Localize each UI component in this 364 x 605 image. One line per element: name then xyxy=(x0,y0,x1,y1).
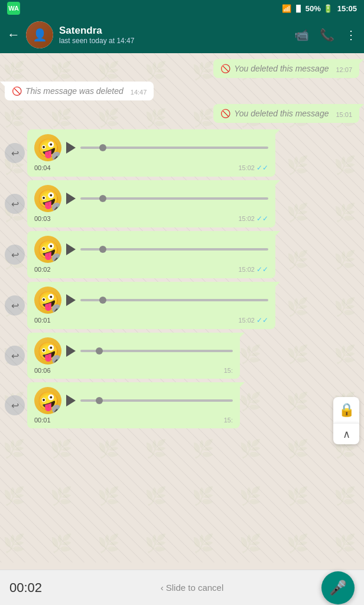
voice-bottom: 00:03 15:02 ✓✓ xyxy=(34,214,268,223)
up-icon: ∧ xyxy=(343,428,350,441)
voice-time: 15: xyxy=(224,417,233,424)
contact-name: Satendra xyxy=(59,25,288,37)
reply-button[interactable]: ↩ xyxy=(5,143,25,163)
back-button[interactable]: ← xyxy=(7,27,20,43)
message-row: 🚫 You deleted this message 12:07 xyxy=(5,59,359,78)
message-time: 14:47 xyxy=(131,89,147,96)
contact-avatar[interactable]: 👤 xyxy=(26,21,53,48)
status-left: WA xyxy=(7,2,20,15)
chat-header: ← 👤 Satendra last seen today at 14:47 📹 … xyxy=(0,17,364,53)
mic-badge: 🎤 xyxy=(52,253,61,263)
lock-scroll-overlay: 🔒 ∧ xyxy=(333,397,359,444)
chat-area: 🚫 You deleted this message 12:07 🚫 This … xyxy=(0,53,364,562)
voice-time: 15:02 ✓✓ xyxy=(238,316,268,324)
deleted-icon: 🚫 xyxy=(220,64,230,73)
voice-duration: 00:03 xyxy=(34,215,51,222)
mic-badge: 🎤 xyxy=(52,304,61,314)
voice-time: 15:02 ✓✓ xyxy=(238,164,268,172)
mic-record-button[interactable]: 🎤 xyxy=(321,571,355,604)
clock: 15:05 xyxy=(337,4,357,13)
voice-top: 🤪 🎤 xyxy=(34,236,268,263)
play-button[interactable] xyxy=(66,345,76,357)
header-actions: 📹 📞 ⋮ xyxy=(294,28,357,42)
mic-icon: 🎤 xyxy=(329,580,347,596)
deleted-text: This message was deleted xyxy=(25,86,124,96)
voice-message-bubble: 🤪 🎤 00:01 15:02 ✓✓ xyxy=(27,282,275,329)
voice-bottom: 00:04 15:02 ✓✓ xyxy=(34,164,268,172)
play-button[interactable] xyxy=(66,243,76,255)
contact-status: last seen today at 14:47 xyxy=(59,37,288,45)
lock-button[interactable]: 🔒 xyxy=(333,397,359,423)
voice-message-row: ↩ 🤪 🎤 00:06 15: xyxy=(5,333,359,379)
voice-top: 🤪 🎤 xyxy=(34,337,233,365)
messages-list: 🚫 You deleted this message 12:07 🚫 This … xyxy=(5,59,359,430)
message-time: 12:07 xyxy=(336,66,352,73)
waveform xyxy=(80,248,268,251)
voice-sender-avatar: 🤪 🎤 xyxy=(34,287,61,314)
play-button[interactable] xyxy=(66,395,76,406)
play-button[interactable] xyxy=(66,142,76,154)
voice-sender-avatar: 🤪 🎤 xyxy=(34,387,61,414)
app-icon: WA xyxy=(7,2,20,15)
reply-button[interactable]: ↩ xyxy=(5,295,25,315)
lock-icon: 🔒 xyxy=(339,402,355,418)
deleted-message-received: 🚫 This message was deleted 14:47 xyxy=(5,82,154,100)
read-receipts: ✓✓ xyxy=(256,164,268,172)
menu-button[interactable]: ⋮ xyxy=(345,28,357,42)
voice-message-row: ↩ 🤪 🎤 00:04 15:02 ✓✓ xyxy=(5,129,359,177)
message-row: 🚫 You deleted this message 15:01 xyxy=(5,104,359,123)
message-time: 15:01 xyxy=(336,111,352,118)
voice-time: 15: xyxy=(224,367,233,374)
deleted-text: You deleted this message xyxy=(234,109,329,118)
voice-top: 🤪 🎤 xyxy=(34,185,268,212)
voice-duration: 00:02 xyxy=(34,266,51,273)
waveform xyxy=(80,399,233,402)
voice-sender-avatar: 🤪 🎤 xyxy=(34,337,61,365)
contact-info[interactable]: Satendra last seen today at 14:47 xyxy=(59,25,288,45)
voice-message-row: ↩ 🤪 🎤 00:02 15:02 ✓✓ xyxy=(5,231,359,278)
waveform-progress xyxy=(99,297,106,304)
voice-message-bubble: 🤪 🎤 00:03 15:02 ✓✓ xyxy=(27,180,275,227)
voice-call-button[interactable]: 📞 xyxy=(320,28,334,42)
waveform xyxy=(80,299,268,301)
signal-icon: ▐▌ xyxy=(294,5,303,12)
battery-level: 50% xyxy=(306,4,321,13)
voice-time: 15:02 ✓✓ xyxy=(238,214,268,223)
voice-duration: 00:06 xyxy=(34,367,51,374)
voice-message-row: ↩ 🤪 🎤 00:01 15:02 ✓✓ xyxy=(5,282,359,329)
slide-chevron-icon: ‹ xyxy=(161,583,164,593)
video-call-button[interactable]: 📹 xyxy=(294,28,309,42)
reply-button[interactable]: ↩ xyxy=(5,346,25,366)
deleted-text: You deleted this message xyxy=(234,64,329,73)
waveform xyxy=(80,350,233,352)
voice-message-bubble: 🤪 🎤 00:06 15: xyxy=(27,333,240,379)
deleted-icon: 🚫 xyxy=(220,109,230,118)
voice-message-bubble: 🤪 🎤 00:01 15: xyxy=(27,382,240,428)
waveform xyxy=(80,147,268,149)
voice-top: 🤪 🎤 xyxy=(34,134,268,161)
reply-button[interactable]: ↩ xyxy=(5,194,25,214)
reply-button[interactable]: ↩ xyxy=(5,395,25,415)
deleted-message-sent: 🚫 You deleted this message 12:07 xyxy=(213,59,359,78)
voice-top: 🤪 🎤 xyxy=(34,287,268,314)
voice-duration: 00:04 xyxy=(34,164,51,171)
waveform-progress xyxy=(96,397,103,404)
slide-label: Slide to cancel xyxy=(166,583,224,593)
play-button[interactable] xyxy=(66,294,76,306)
scroll-up-button[interactable]: ∧ xyxy=(333,423,359,444)
play-button[interactable] xyxy=(66,193,76,204)
voice-time: 15:02 ✓✓ xyxy=(238,265,268,274)
voice-sender-avatar: 🤪 🎤 xyxy=(34,236,61,263)
reply-button[interactable]: ↩ xyxy=(5,245,25,265)
mic-badge: 🎤 xyxy=(52,152,61,161)
voice-duration: 00:01 xyxy=(34,317,51,324)
mic-badge: 🎤 xyxy=(52,203,61,212)
voice-bottom: 00:06 15: xyxy=(34,367,233,374)
voice-message-row: ↩ 🤪 🎤 00:01 15: xyxy=(5,382,359,428)
voice-top: 🤪 🎤 xyxy=(34,387,233,414)
battery-icon: 🔋 xyxy=(323,4,333,13)
voice-message-bubble: 🤪 🎤 00:04 15:02 ✓✓ xyxy=(27,129,275,177)
message-row: 🚫 This message was deleted 14:47 xyxy=(5,82,359,100)
voice-bottom: 00:01 15:02 ✓✓ xyxy=(34,316,268,324)
voice-bottom: 00:02 15:02 ✓✓ xyxy=(34,265,268,274)
